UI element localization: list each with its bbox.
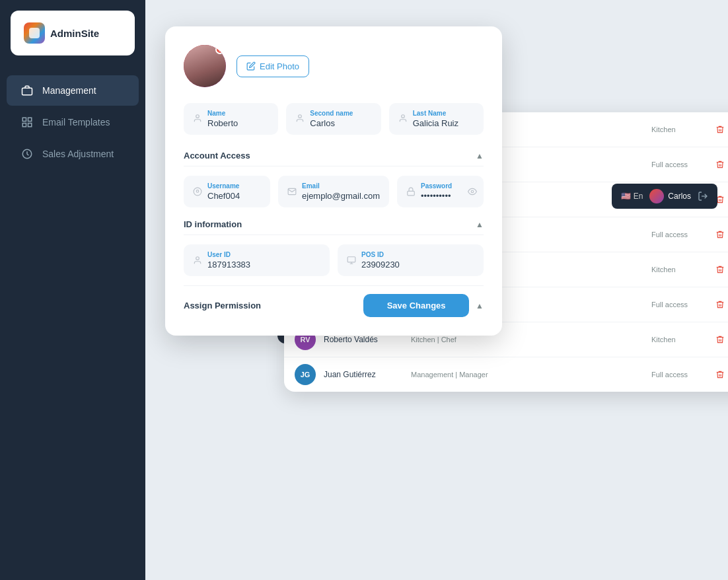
user-name: Juan Gutiérrez: [324, 370, 403, 379]
svg-rect-16: [408, 191, 415, 195]
user-role: Kitchen | Chef: [411, 336, 643, 344]
email-value: ejemplo@gmail.com: [302, 191, 380, 201]
id-info-title: ID information: [184, 219, 242, 229]
delete-button[interactable]: [712, 157, 728, 172]
trash-icon: [715, 335, 725, 344]
id-info-header: ID information ▲: [184, 214, 484, 235]
svg-rect-4: [28, 124, 32, 127]
account-access-title: Account Access: [184, 151, 250, 161]
password-field: Password ••••••••••: [397, 176, 484, 207]
password-value: ••••••••••: [421, 191, 474, 201]
ghost-username: Carlos: [668, 192, 691, 201]
name-value: Roberto: [207, 118, 269, 128]
sidebar-email-label: Email Templates: [42, 117, 110, 127]
delete-button[interactable]: [712, 122, 728, 137]
trash-icon: [715, 160, 725, 169]
briefcase-icon: [20, 83, 34, 98]
photo-section: 2 Edit Photo: [184, 45, 484, 87]
eye-icon[interactable]: [468, 187, 477, 196]
user-role: Management | Manager: [411, 371, 643, 379]
row-actions: [712, 157, 728, 172]
user-access: Full access: [651, 371, 704, 379]
svg-point-18: [196, 257, 200, 260]
user-access: Full access: [651, 301, 704, 308]
name-field: Name Roberto: [184, 103, 278, 135]
trash-icon: [715, 370, 725, 379]
delete-button[interactable]: [712, 227, 728, 242]
ghost-user-avatar: [649, 189, 664, 203]
pos-id-field: POS ID 23909230: [338, 244, 484, 276]
ghost-logout-icon: [698, 191, 708, 201]
delete-button[interactable]: [712, 297, 728, 312]
last-name-field: Last Name Galicia Ruiz: [389, 103, 484, 135]
edit-modal: 2 Edit Photo Name Roberto: [165, 26, 502, 336]
svg-rect-1: [22, 118, 26, 121]
sidebar-sales-label: Sales Adjustment: [42, 149, 114, 159]
edit-icon: [246, 61, 256, 71]
delete-button[interactable]: [712, 262, 728, 277]
delete-button[interactable]: [712, 332, 728, 347]
username-value: Chef004: [207, 191, 261, 201]
save-changes-button[interactable]: Save Changes: [363, 294, 469, 317]
row-actions: [712, 367, 728, 382]
person-icon-3: [398, 114, 408, 125]
user-avatar: JG: [295, 364, 316, 385]
person-icon: [193, 114, 202, 125]
name-label: Name: [207, 110, 269, 117]
sidebar-item-email-templates[interactable]: Email Templates: [7, 107, 139, 137]
pos-icon: [347, 256, 356, 265]
svg-point-15: [194, 188, 201, 196]
svg-rect-2: [28, 118, 32, 121]
trash-icon: [715, 125, 725, 134]
user-access: Kitchen: [651, 126, 704, 133]
user-access: Kitchen: [651, 266, 704, 273]
sidebar: AdminSite Management Email Templates Sal…: [0, 0, 145, 580]
user-id-label: User ID: [207, 251, 320, 258]
edit-photo-button[interactable]: Edit Photo: [237, 55, 309, 77]
user-photo: 2: [184, 45, 226, 87]
user-id-field: User ID 187913383: [184, 244, 330, 276]
row-actions: [712, 227, 728, 242]
row-actions: [712, 122, 728, 137]
user-name: Roberto Valdés: [324, 335, 403, 344]
main-content: Email Templates Sales Adjustment 🇺🇸 En C…: [145, 0, 728, 580]
app-name: AdminSite: [50, 28, 99, 39]
username-label: Username: [207, 182, 261, 190]
svg-point-17: [471, 190, 474, 193]
email-field: Email ejemplo@gmail.com: [278, 176, 389, 207]
svg-rect-3: [22, 124, 26, 127]
row-actions: [712, 297, 728, 312]
row-actions: [712, 262, 728, 277]
assign-permission-section: Assign Permission Save Changes ▲: [184, 285, 484, 317]
second-name-field: Second name Carlos: [286, 103, 381, 135]
chevron-up-icon-2: ▲: [476, 220, 484, 229]
user-access: Kitchen: [651, 336, 704, 344]
logo-icon: [24, 22, 45, 44]
svg-point-13: [299, 114, 302, 118]
lock-icon: [406, 187, 416, 196]
password-label: Password: [421, 182, 474, 190]
user-access: Full access: [651, 161, 704, 168]
second-name-value: Carlos: [310, 118, 371, 128]
user-row: JG Juan Gutiérrez Management | Manager F…: [284, 357, 728, 392]
svg-point-14: [401, 114, 404, 118]
id-icon: [193, 256, 202, 265]
user-circle-icon: [193, 187, 202, 196]
mail-icon: [287, 187, 297, 196]
pos-id-value: 23909230: [361, 260, 474, 270]
row-actions: [712, 332, 728, 347]
sidebar-management-label: Management: [42, 85, 96, 96]
chevron-up-icon: ▲: [476, 151, 484, 161]
trash-icon: [715, 300, 725, 309]
assign-permission-label: Assign Permission: [184, 301, 261, 310]
sidebar-item-sales-adjustment[interactable]: Sales Adjustment: [7, 139, 139, 169]
ghost-topbar: 🇺🇸 En Carlos: [612, 184, 717, 209]
person-icon-2: [295, 114, 305, 125]
sidebar-item-management[interactable]: Management: [7, 75, 139, 106]
grid-icon: [20, 115, 34, 129]
svg-rect-0: [22, 88, 32, 95]
delete-button[interactable]: [712, 367, 728, 382]
pos-id-label: POS ID: [361, 251, 474, 258]
name-fields: Name Roberto Second name Carlos: [184, 103, 484, 135]
last-name-value: Galicia Ruiz: [413, 118, 474, 128]
